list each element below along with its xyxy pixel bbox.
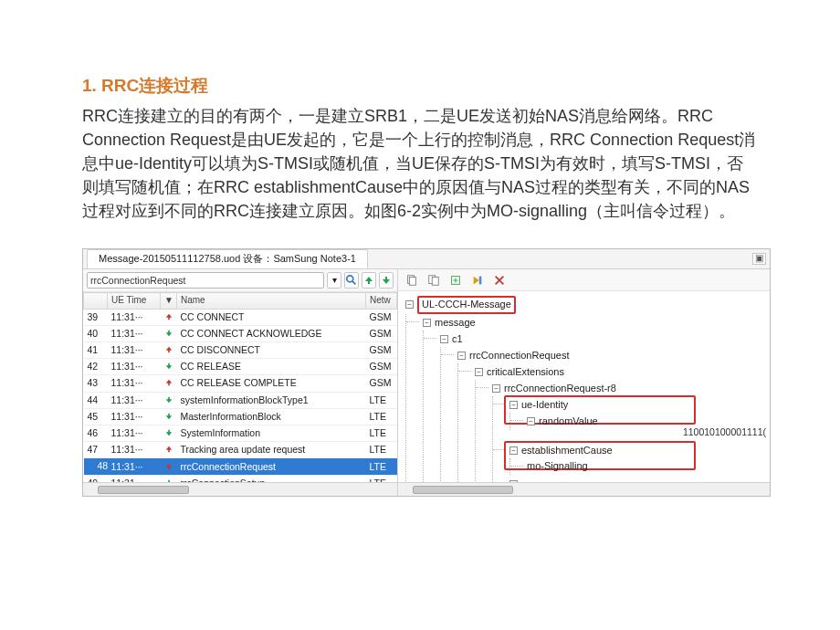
cell-direction: [161, 392, 177, 408]
cell-name: rrcConnectionRequest: [177, 458, 366, 476]
cell-direction: [161, 442, 177, 458]
cell-index: 46: [84, 425, 108, 442]
cell-time: 11:31···: [108, 309, 161, 325]
table-row[interactable]: 4911:31···rrcConnectionSetupLTE: [84, 475, 397, 482]
search-button[interactable]: [344, 272, 359, 289]
cell-name: Tracking area update request: [177, 442, 366, 458]
cell-time: 11:31···: [108, 475, 161, 482]
h-scrollbar-left[interactable]: [83, 482, 397, 496]
tree-node[interactable]: rrcConnectionRequest: [469, 349, 569, 363]
col-net[interactable]: Netw: [366, 293, 397, 310]
collapse-icon[interactable]: −: [405, 300, 414, 309]
table-row[interactable]: 4711:31···Tracking area update requestLT…: [84, 442, 397, 458]
message-detail-pane: −UL-CCCH-Message −message −c1 −rrcConnec…: [398, 269, 770, 496]
detail-toolbar: [398, 269, 770, 291]
nav-down-button[interactable]: [379, 272, 394, 289]
cell-time: 11:31···: [108, 341, 161, 358]
delete-button[interactable]: [491, 272, 508, 289]
table-row[interactable]: 4611:31···SystemInformationLTE: [84, 425, 397, 442]
export-button[interactable]: [447, 272, 464, 289]
tree-node-spare[interactable]: spare: [521, 478, 547, 482]
svg-point-0: [347, 276, 353, 282]
collapse-icon[interactable]: −: [509, 480, 518, 482]
cell-name: MasterInformationBlock: [177, 408, 366, 425]
cell-index: 42: [84, 359, 108, 375]
cell-time: 11:31···: [108, 408, 161, 425]
h-scrollbar-right[interactable]: [398, 482, 770, 496]
random-value-data: 110010100001111(: [683, 425, 766, 439]
cell-time: 11:31···: [108, 375, 161, 392]
window-tab[interactable]: Message-20150511112758.uod 设备：SamSung No…: [87, 249, 368, 268]
col-name[interactable]: Name: [177, 293, 366, 310]
message-grid[interactable]: UE Time ▼ Name Netw 3911:31···CC CONNECT…: [83, 292, 397, 482]
copy-all-button[interactable]: [425, 272, 442, 289]
table-row[interactable]: 4411:31···systemInformationBlockType1LTE: [84, 392, 397, 408]
copy-button[interactable]: [404, 272, 420, 289]
cell-name: SystemInformation: [177, 425, 366, 442]
table-row[interactable]: 3911:31···CC CONNECTGSM: [84, 309, 397, 325]
tree-node[interactable]: message: [435, 316, 476, 331]
col-time[interactable]: UE Time: [108, 293, 161, 310]
collapse-button[interactable]: ▣: [752, 253, 766, 265]
cell-index: ▶ 48: [84, 458, 108, 476]
tree-node[interactable]: c1: [452, 332, 463, 347]
tree-root[interactable]: UL-CCCH-Message: [417, 296, 516, 314]
collapse-icon[interactable]: −: [457, 352, 466, 360]
filter-dropdown-button[interactable]: ▾: [327, 272, 341, 289]
cell-net: GSM: [366, 325, 397, 341]
cell-net: GSM: [366, 341, 397, 358]
table-row[interactable]: 4311:31···CC RELEASE COMPLETEGSM: [84, 375, 397, 392]
cell-net: LTE: [366, 408, 397, 425]
filter-toolbar: ▾: [83, 269, 397, 292]
h-scrollbar-thumb[interactable]: [98, 486, 189, 494]
table-row[interactable]: ▶ 4811:31···rrcConnectionRequestLTE: [84, 458, 397, 476]
tree-node[interactable]: rrcConnectionRequest-r8: [504, 382, 616, 396]
cell-time: 11:31···: [108, 425, 161, 442]
cell-index: 47: [84, 442, 108, 458]
page-icon: [405, 274, 418, 287]
open-button[interactable]: [469, 272, 486, 289]
decode-tree[interactable]: −UL-CCCH-Message −message −c1 −rrcConnec…: [398, 291, 770, 482]
cell-index: 49: [84, 475, 108, 482]
cell-direction: [161, 359, 177, 375]
body-paragraph: RRC连接建立的目的有两个，一是建立SRB1，二是UE发送初始NAS消息给网络。…: [82, 104, 758, 223]
collapse-icon[interactable]: −: [423, 319, 431, 327]
cell-index: 44: [84, 392, 108, 408]
col-index[interactable]: [84, 293, 108, 310]
cell-direction: [161, 425, 177, 442]
cell-direction: [161, 475, 177, 482]
cell-direction: [161, 375, 177, 392]
message-window: Message-20150511112758.uod 设备：SamSung No…: [82, 248, 771, 497]
collapse-icon[interactable]: −: [475, 368, 483, 376]
nav-up-button[interactable]: [362, 272, 376, 289]
col-dir[interactable]: ▼: [161, 293, 177, 310]
collapse-icon[interactable]: −: [492, 384, 500, 393]
tree-leaf-mo-signalling[interactable]: mo-Signalling: [527, 459, 588, 474]
cell-name: CC DISCONNECT: [177, 341, 366, 358]
svg-rect-5: [432, 277, 438, 285]
table-row[interactable]: 4211:31···CC RELEASEGSM: [84, 359, 397, 375]
export-icon: [449, 274, 462, 287]
collapse-icon[interactable]: −: [527, 417, 535, 425]
cell-direction: [161, 458, 177, 476]
table-row[interactable]: 4011:31···CC CONNECT ACKNOWLEDGEGSM: [84, 325, 397, 341]
search-icon: [345, 274, 358, 287]
cell-index: 45: [84, 408, 108, 425]
cell-index: 40: [84, 325, 108, 341]
collapse-icon[interactable]: −: [440, 335, 448, 343]
table-row[interactable]: 4111:31···CC DISCONNECTGSM: [84, 341, 397, 358]
arrow-up-icon: [364, 276, 373, 285]
tree-node[interactable]: criticalExtensions: [487, 365, 564, 380]
cell-net: LTE: [366, 442, 397, 458]
cell-name: systemInformationBlockType1: [177, 392, 366, 408]
h-scrollbar-thumb[interactable]: [413, 486, 513, 494]
cell-time: 11:31···: [108, 392, 161, 408]
arrow-down-icon: [382, 276, 391, 285]
cell-index: 39: [84, 309, 108, 325]
cell-net: LTE: [366, 458, 397, 476]
right-arrow-icon: [471, 274, 484, 287]
tree-node-random-value[interactable]: randomValue: [539, 415, 598, 429]
table-row[interactable]: 4511:31···MasterInformationBlockLTE: [84, 408, 397, 425]
filter-input[interactable]: [87, 272, 324, 289]
cell-name: CC CONNECT: [177, 309, 366, 325]
